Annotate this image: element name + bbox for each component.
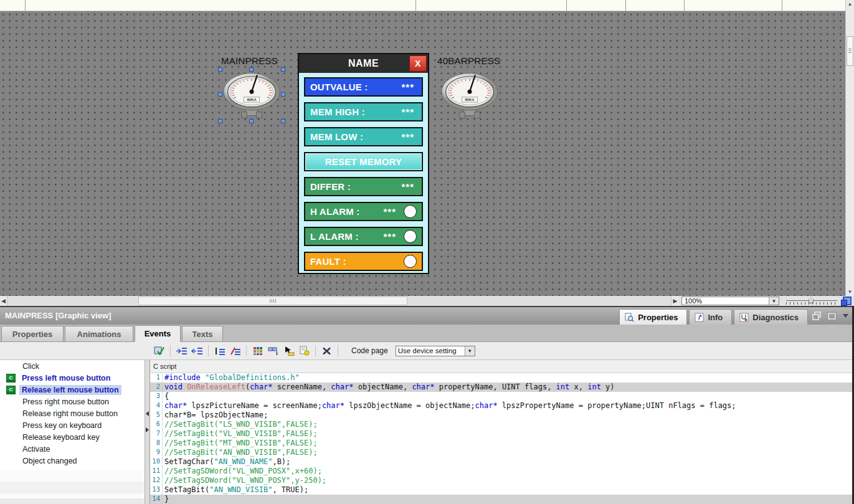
tab-texts[interactable]: Texts xyxy=(182,326,223,341)
indent-left-icon[interactable] xyxy=(189,344,205,358)
code-page-select[interactable]: Use device setting ▼ xyxy=(396,346,475,356)
scroll-up-icon[interactable]: ▲ xyxy=(846,0,854,8)
graphic-canvas[interactable]: MAINPRESS WIKA 40BARPRESS WIKA NAME X OU… xyxy=(0,11,845,296)
faceplate-row-l-alarm[interactable]: L ALARM :*** xyxy=(304,227,423,246)
code-line-12[interactable]: 12//SetTagSDWord("VL_WND_POSY",y-250); xyxy=(150,476,852,485)
selection-handle[interactable] xyxy=(218,67,222,72)
diagnostics-icon xyxy=(739,313,749,322)
faceplate-window[interactable]: NAME X OUTVALUE :***MEM HIGH :***MEM LOW… xyxy=(298,53,429,274)
scroll-right-icon[interactable]: ▶ xyxy=(671,296,679,306)
insert-row-icon[interactable] xyxy=(212,344,227,358)
code-lines[interactable]: 1#include "GlobalDefinitions.h"2void OnR… xyxy=(150,373,852,504)
collapse-right-icon[interactable] xyxy=(146,427,149,432)
code-line-4[interactable]: 4char* lpszPictureName = screenName;char… xyxy=(150,401,852,411)
code-line-11[interactable]: 11//SetTagSDWord("VL_WND_POSX",x+60); xyxy=(150,467,852,476)
line-number: 1 xyxy=(150,373,163,383)
zoom-select[interactable]: 100% ▼ xyxy=(681,297,779,305)
code-line-3[interactable]: 3{ xyxy=(150,392,852,401)
delete-row-icon[interactable] xyxy=(227,344,243,358)
status-lamp xyxy=(404,230,417,243)
validate-script-icon[interactable] xyxy=(151,344,167,358)
event-item-release-keyboard-key[interactable]: Release keyboard key xyxy=(0,431,145,443)
faceplate-row-fault[interactable]: FAULT : xyxy=(304,252,423,271)
code-line-2[interactable]: 2void OnReleaseLeft(char* screenName, ch… xyxy=(150,383,852,392)
event-item-press-left-mouse-button[interactable]: CPress left mouse button xyxy=(0,372,145,384)
selection-handle[interactable] xyxy=(281,119,285,123)
selection-handle[interactable] xyxy=(249,119,254,123)
event-list-scrollbar[interactable] xyxy=(0,498,145,504)
event-item-click[interactable]: Click xyxy=(0,360,145,372)
code-text: SetTagChar("AN_WND_NAME",B); xyxy=(164,457,290,467)
selection-handle[interactable] xyxy=(218,119,222,123)
gauge-40barpress[interactable]: WIKA xyxy=(440,70,500,120)
zoom-slider-thumb[interactable] xyxy=(809,297,814,303)
pointer-insert-icon[interactable] xyxy=(281,344,297,358)
selection-handle[interactable] xyxy=(281,92,285,97)
event-item-release-right-mouse-button[interactable]: Release right mouse button xyxy=(0,407,145,419)
selection-handle[interactable] xyxy=(281,67,285,72)
chevron-down-icon[interactable]: ▼ xyxy=(465,346,475,356)
vertical-scroll-thumb[interactable] xyxy=(847,36,853,66)
code-line-1[interactable]: 1#include "GlobalDefinitions.h" xyxy=(150,373,852,383)
event-item-object-changed[interactable]: Object changed xyxy=(0,455,145,467)
canvas-status-row: ◀ ▶ 100% ▼ xyxy=(0,296,854,306)
faceplate-titlebar[interactable]: NAME X xyxy=(299,54,428,73)
pane-splitter[interactable] xyxy=(145,360,150,504)
faceplate-row-reset-memory[interactable]: RESET MEMORY xyxy=(304,152,423,171)
object-info-icon[interactable]: i xyxy=(265,344,281,358)
event-item-press-right-mouse-button[interactable]: Press right mouse button xyxy=(0,396,145,407)
code-line-10[interactable]: 10SetTagChar("AN_WND_NAME",B); xyxy=(150,457,852,467)
faceplate-row-label: OUTVALUE : xyxy=(310,82,368,92)
faceplate-row-differ[interactable]: DIFFER :*** xyxy=(304,177,423,196)
close-icon[interactable]: X xyxy=(409,55,427,72)
gauge-mainpress[interactable]: WIKA xyxy=(222,70,282,120)
scroll-left-icon[interactable]: ◀ xyxy=(0,296,7,306)
faceplate-row-value: *** xyxy=(401,181,417,192)
code-page-label: Code page xyxy=(351,346,388,355)
canvas-horizontal-scrollbar[interactable] xyxy=(7,296,671,306)
faceplate-row-label: H ALARM : xyxy=(310,206,360,217)
horizontal-scroll-thumb[interactable] xyxy=(138,297,407,305)
event-item-press-key-on-keyboard[interactable]: Press key on keyboard xyxy=(0,419,145,431)
faceplate-row-outvalue[interactable]: OUTVALUE :*** xyxy=(304,77,423,97)
indent-right-icon[interactable] xyxy=(174,344,189,358)
canvas-vertical-scrollbar[interactable]: ▲ ▼ xyxy=(845,0,854,296)
overview-icon[interactable] xyxy=(842,296,852,306)
top-ruler xyxy=(0,0,845,11)
code-line-6[interactable]: 6//SetTagBit("LS_WND_VISIB",FALSE); xyxy=(150,420,852,429)
zoom-slider[interactable] xyxy=(786,297,837,305)
code-line-8[interactable]: 8//SetTagBit("MT_WND_VISIB",FALSE); xyxy=(150,439,852,448)
tab-properties[interactable]: Properties xyxy=(619,309,687,325)
panel-menu-icon[interactable] xyxy=(827,312,837,320)
script-note-icon[interactable] xyxy=(297,344,312,358)
code-line-9[interactable]: 9//SetTagBit("AN_WND_VISIB",FALSE); xyxy=(150,448,852,457)
scroll-down-icon[interactable]: ▼ xyxy=(846,288,854,296)
collapse-panel-icon[interactable] xyxy=(842,313,849,318)
event-item-release-left-mouse-button[interactable]: CRelease left mouse button xyxy=(0,384,145,396)
selection-handle[interactable] xyxy=(218,92,222,97)
faceplate-row-mem-low[interactable]: MEM LOW :*** xyxy=(304,127,423,146)
tab-animations[interactable]: Animations xyxy=(65,326,133,341)
event-item-activate[interactable]: Activate xyxy=(0,443,145,455)
tab-properties-editor[interactable]: Properties xyxy=(1,326,64,341)
delete-script-icon[interactable] xyxy=(319,344,334,358)
code-line-5[interactable]: 5char*B= lpszObjectName; xyxy=(150,411,852,420)
tab-info[interactable]: i Info xyxy=(689,309,732,325)
script-editor[interactable]: C script 1#include "GlobalDefinitions.h"… xyxy=(150,360,852,504)
restore-panel-icon[interactable] xyxy=(812,311,822,320)
code-line-13[interactable]: 13SetTagBit("AN_WND_VISIB", TRUE); xyxy=(150,485,852,495)
code-text: char*B= lpszObjectName; xyxy=(164,411,268,420)
event-list: ClickCPress left mouse buttonCRelease le… xyxy=(0,360,145,504)
collapse-left-icon[interactable] xyxy=(146,411,149,416)
chevron-down-icon[interactable]: ▼ xyxy=(769,297,779,305)
faceplate-row-h-alarm[interactable]: H ALARM :*** xyxy=(304,202,423,221)
tab-events[interactable]: Events xyxy=(135,325,181,342)
tab-diagnostics[interactable]: Diagnostics xyxy=(734,309,808,325)
application-window: MAINPRESS WIKA 40BARPRESS WIKA NAME X OU… xyxy=(0,0,854,504)
code-line-7[interactable]: 7//SetTagBit("VL_WND_VISIB",FALSE); xyxy=(150,429,852,439)
faceplate-row-mem-high[interactable]: MEM HIGH :*** xyxy=(304,102,423,121)
special-characters-icon[interactable] xyxy=(250,344,265,358)
inspector-title: MAINPRESS [Graphic view] xyxy=(5,311,111,320)
code-line-14[interactable]: 14} xyxy=(150,495,852,504)
selection-handle[interactable] xyxy=(249,67,254,72)
